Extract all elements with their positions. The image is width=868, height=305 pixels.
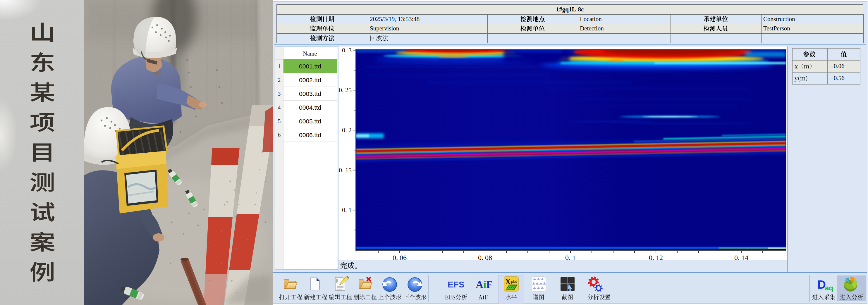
svg-text:plot: plot [511, 279, 517, 284]
svg-text:D: D [817, 278, 826, 291]
svg-text:EFS: EFS [447, 280, 465, 289]
svg-text:aq: aq [825, 284, 833, 292]
svg-text:AiF: AiF [476, 279, 493, 291]
